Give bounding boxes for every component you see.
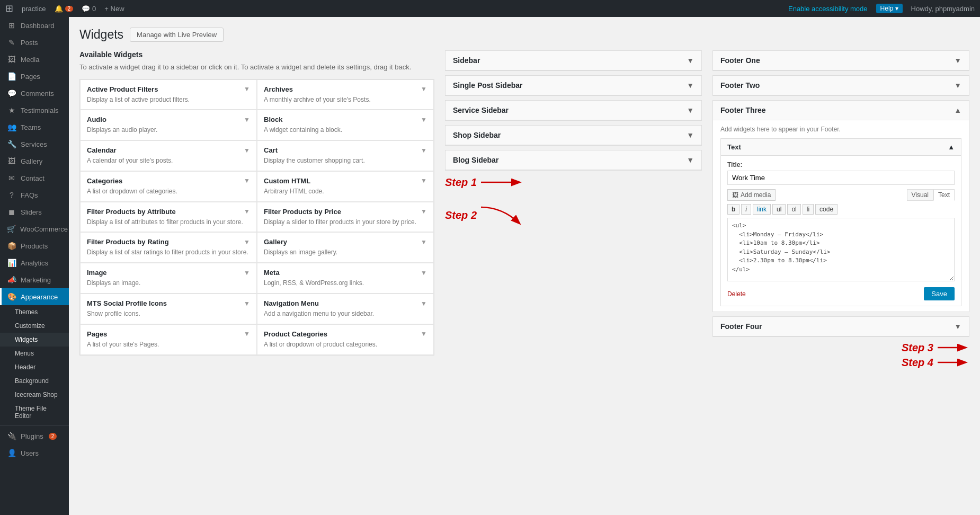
- sidebar-item-marketing[interactable]: 📣 Marketing: [0, 271, 69, 288]
- sidebar-area-header-service[interactable]: Service Sidebar ▼: [446, 101, 701, 120]
- sidebar-sub-menus[interactable]: Menus: [0, 347, 69, 360]
- delete-link[interactable]: Delete: [727, 290, 746, 298]
- widget-name: Filter Products by Price: [264, 208, 341, 216]
- save-button[interactable]: Save: [924, 287, 955, 300]
- widget-audio[interactable]: Audio ▼ Displays an audio player.: [80, 110, 257, 140]
- italic-button[interactable]: i: [741, 204, 751, 215]
- widget-gallery[interactable]: Gallery ▼ Displays an image gallery.: [257, 232, 434, 263]
- appearance-icon: 🎨: [7, 292, 16, 301]
- chevron-down-icon: ▼: [954, 56, 961, 65]
- sidebar-item-contact[interactable]: ✉ Contact: [0, 170, 69, 187]
- contact-icon: ✉: [7, 174, 16, 182]
- widget-meta[interactable]: Meta ▼ Login, RSS, & WordPress.org links…: [257, 263, 434, 294]
- sidebar-item-analytics[interactable]: 📊 Analytics: [0, 254, 69, 271]
- sidebar-item-posts[interactable]: ✎ Posts: [0, 34, 69, 51]
- sidebar-sub-icecream[interactable]: Icecream Shop: [0, 388, 69, 402]
- text-widget-header[interactable]: Text ▲: [721, 139, 961, 156]
- sidebar-area-header-shop[interactable]: Shop Sidebar ▼: [446, 126, 701, 145]
- bold-button[interactable]: b: [727, 204, 740, 215]
- content-editor[interactable]: <ul> <li>Monday – Friday</li> <li>10am t…: [727, 218, 955, 281]
- sidebar-area-header-blog[interactable]: Blog Sidebar ▼: [446, 150, 701, 170]
- chevron-down-icon: ▼: [244, 269, 250, 277]
- sidebar-sub-background[interactable]: Background: [0, 374, 69, 388]
- sidebar-item-label: Marketing: [21, 276, 51, 284]
- text-widget: Text ▲ Title: 🖼 Add media: [720, 138, 961, 306]
- widget-filter-price[interactable]: Filter Products by Price ▼ Display a sli…: [257, 202, 434, 233]
- chevron-down-icon: ▼: [244, 238, 250, 246]
- sidebar-item-products[interactable]: 📦 Products: [0, 237, 69, 254]
- widget-image[interactable]: Image ▼ Displays an image.: [80, 263, 257, 294]
- sidebar-item-gallery[interactable]: 🖼 Gallery: [0, 153, 69, 170]
- sidebar-sub-themes[interactable]: Themes: [0, 305, 69, 319]
- text-tab-button[interactable]: Text: [933, 189, 955, 201]
- sidebar-item-pages[interactable]: 📄 Pages: [0, 68, 69, 85]
- add-media-icon: 🖼: [732, 191, 738, 199]
- li-button[interactable]: li: [803, 204, 814, 215]
- sidebar-item-teams[interactable]: 👥 Teams: [0, 119, 69, 136]
- title-input[interactable]: [727, 171, 955, 185]
- widget-header: Archives ▼: [264, 85, 427, 93]
- new-item[interactable]: + New: [104, 5, 124, 13]
- sidebar-area-header-single-post[interactable]: Single Post Sidebar ▼: [446, 76, 701, 95]
- sidebar-sub-themefile[interactable]: Theme File Editor: [0, 402, 69, 423]
- widget-filter-attribute[interactable]: Filter Products by Attribute ▼ Display a…: [80, 202, 257, 233]
- widget-product-categories[interactable]: Product Categories ▼ A list or dropdown …: [257, 324, 434, 355]
- link-button[interactable]: link: [753, 204, 771, 215]
- help-button[interactable]: Help ▾: [876, 4, 903, 13]
- widget-name: Navigation Menu: [264, 299, 319, 307]
- sidebar-item-plugins[interactable]: 🔌 Plugins 2: [0, 428, 69, 445]
- widget-cart[interactable]: Cart ▼ Display the customer shopping car…: [257, 140, 434, 171]
- sidebar-item-faqs[interactable]: ? FAQs: [0, 187, 69, 203]
- widgets-grid: Active Product Filters ▼ Display a list …: [79, 79, 434, 356]
- sidebar-item-users[interactable]: 👤 Users: [0, 445, 69, 461]
- ol-button[interactable]: ol: [787, 204, 800, 215]
- comments-item[interactable]: 💬 0: [82, 5, 96, 13]
- widget-desc: A list or dropdown of categories.: [87, 187, 250, 196]
- sidebar-item-media[interactable]: 🖼 Media: [0, 51, 69, 68]
- sidebar-item-dashboard[interactable]: ⊞ Dashboard: [0, 17, 69, 34]
- site-name[interactable]: practice: [22, 5, 46, 13]
- visual-tab-button[interactable]: Visual: [907, 189, 933, 201]
- step3-annotation: Step 3: [712, 341, 969, 354]
- sidebar-sub-customize[interactable]: Customize: [0, 319, 69, 333]
- widget-mts-social[interactable]: MTS Social Profile Icons ▼ Show profile …: [80, 294, 257, 324]
- chevron-down-icon: ▼: [244, 300, 250, 307]
- widget-categories[interactable]: Categories ▼ A list or dropdown of categ…: [80, 171, 257, 202]
- add-media-button[interactable]: 🖼 Add media: [727, 189, 776, 201]
- widget-archives[interactable]: Archives ▼ A monthly archive of your sit…: [257, 79, 434, 110]
- code-button[interactable]: code: [815, 204, 838, 215]
- sidebar-area-single-post: Single Post Sidebar ▼: [445, 75, 702, 96]
- sidebar-item-comments[interactable]: 💬 Comments: [0, 85, 69, 102]
- widget-active-product-filters[interactable]: Active Product Filters ▼ Display a list …: [80, 79, 257, 110]
- sidebar-area-header-footer-three[interactable]: Footer Three ▲: [713, 101, 969, 120]
- sidebar-area-header-sidebar[interactable]: Sidebar ▼: [446, 51, 701, 70]
- sidebar-area-header-footer-one[interactable]: Footer One ▼: [713, 51, 969, 70]
- sidebar-item-sliders[interactable]: ◼ Sliders: [0, 203, 69, 220]
- step4-label: Step 4: [902, 357, 933, 369]
- widget-name: Custom HTML: [264, 177, 310, 185]
- chevron-down-icon: ▼: [421, 147, 427, 154]
- sidebar-sub-widgets[interactable]: Widgets: [0, 333, 69, 347]
- sidebar-area-shop: Shop Sidebar ▼: [445, 125, 702, 146]
- sidebar-item-appearance[interactable]: 🎨 Appearance: [0, 288, 69, 305]
- widget-name: Archives: [264, 85, 293, 93]
- main-content: Widgets Manage with Live Preview Availab…: [69, 17, 980, 515]
- widget-pages[interactable]: Pages ▼ A list of your site's Pages.: [80, 324, 257, 355]
- widget-block[interactable]: Block ▼ A widget containing a block.: [257, 110, 434, 140]
- sidebar-item-services[interactable]: 🔧 Services: [0, 136, 69, 153]
- widget-name: Categories: [87, 177, 122, 185]
- widget-calendar[interactable]: Calendar ▼ A calendar of your site's pos…: [80, 140, 257, 171]
- sidebar-sub-header[interactable]: Header: [0, 360, 69, 374]
- sidebar-item-testimonials[interactable]: ★ Testimonials: [0, 102, 69, 119]
- accessibility-link[interactable]: Enable accessibility mode: [788, 5, 868, 13]
- ul-button[interactable]: ul: [772, 204, 786, 215]
- widget-filter-rating[interactable]: Filter Products by Rating ▼ Display a li…: [80, 232, 257, 263]
- sidebar-item-woocommerce[interactable]: 🛒 WooCommerce: [0, 220, 69, 237]
- sidebar-area-header-footer-four[interactable]: Footer Four ▼: [713, 317, 969, 336]
- widget-navigation-menu[interactable]: Navigation Menu ▼ Add a navigation menu …: [257, 294, 434, 324]
- manage-live-preview-button[interactable]: Manage with Live Preview: [130, 28, 224, 42]
- sidebar-area-header-footer-two[interactable]: Footer Two ▼: [713, 76, 969, 95]
- updates-item[interactable]: 🔔 2: [55, 5, 74, 13]
- widget-custom-html[interactable]: Custom HTML ▼ Arbitrary HTML code.: [257, 171, 434, 202]
- widget-name: Block: [264, 116, 282, 123]
